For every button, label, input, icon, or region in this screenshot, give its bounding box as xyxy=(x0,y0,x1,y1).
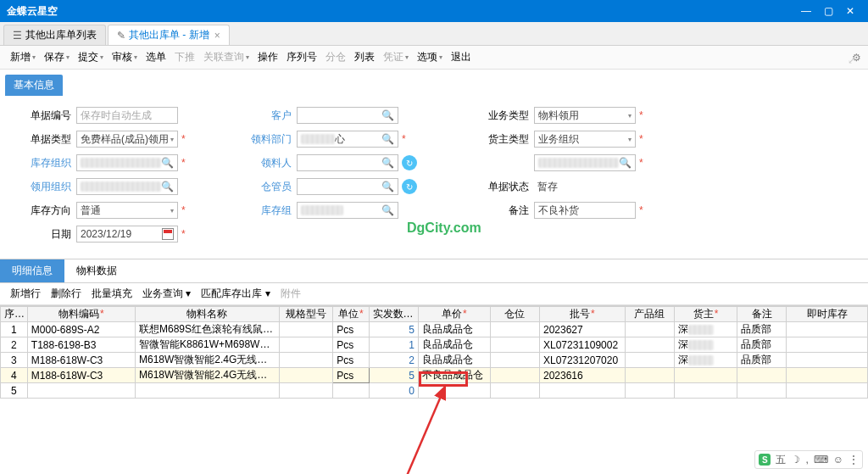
tool-audit[interactable]: 审核▾ xyxy=(108,48,141,66)
table-cell[interactable] xyxy=(490,337,539,353)
table-cell[interactable] xyxy=(490,322,539,337)
ime-menu-icon[interactable]: ⋮ xyxy=(849,454,859,466)
stock-dir-select[interactable]: 普通▾ xyxy=(76,202,178,219)
tool-split[interactable]: 分仓 xyxy=(322,48,349,66)
table-cell[interactable]: M188-618W-C3 xyxy=(27,353,135,368)
table-cell[interactable] xyxy=(333,383,369,399)
table-cell[interactable]: XL07231207020 xyxy=(539,353,625,368)
table-cell[interactable] xyxy=(27,383,135,399)
table-cell[interactable]: 品质部 xyxy=(737,337,787,353)
table-row[interactable]: 2T188-6198-B3智微智能K8861W+M698W无线键鼠套Pcs1良品… xyxy=(1,337,868,353)
table-cell[interactable] xyxy=(490,353,539,368)
table-cell[interactable]: 3 xyxy=(1,353,28,368)
recv-org-input[interactable]: 🔍 xyxy=(76,178,178,195)
table-cell[interactable]: 良品成品仓 xyxy=(418,337,490,353)
ime-punct-icon[interactable]: , xyxy=(805,454,808,466)
tab-detail-info[interactable]: 明细信息 xyxy=(0,259,64,282)
tab-close-icon[interactable]: × xyxy=(214,30,220,42)
table-cell[interactable] xyxy=(490,368,539,383)
table-cell[interactable] xyxy=(539,383,625,399)
table-cell[interactable]: 品质部 xyxy=(737,322,787,337)
table-cell[interactable] xyxy=(490,383,539,399)
table-cell[interactable]: 联想M689S红色滚轮有线鼠标（工业包 xyxy=(136,322,280,337)
recv-dept-input[interactable]: 心🔍 xyxy=(297,131,398,148)
table-cell[interactable]: 2 xyxy=(369,353,418,368)
tool-save[interactable]: 保存▾ xyxy=(41,48,73,66)
table-cell[interactable] xyxy=(787,353,868,368)
table-cell[interactable] xyxy=(279,383,333,399)
table-cell[interactable]: 5 xyxy=(369,368,418,383)
tool-submit[interactable]: 提交▾ xyxy=(75,48,107,66)
table-cell[interactable]: 深 xyxy=(674,322,737,337)
doc-no-input[interactable]: 保存时自动生成 xyxy=(76,107,178,124)
expand-icon[interactable]: ⤢ xyxy=(848,54,856,66)
table-cell[interactable]: 良品成品仓 xyxy=(418,353,490,368)
table-cell[interactable]: 1 xyxy=(369,337,418,353)
table-cell[interactable] xyxy=(279,353,333,368)
table-cell[interactable]: Pcs xyxy=(333,368,369,383)
table-cell[interactable] xyxy=(674,368,737,383)
tool-assoc[interactable]: 关联查询▾ xyxy=(200,48,253,66)
minimize-button[interactable]: — xyxy=(795,0,817,22)
doc-type-select[interactable]: 免费样品(成品)领用▾ xyxy=(76,131,178,148)
recv-person-input[interactable]: 🔍 xyxy=(297,154,398,171)
tab-material-data[interactable]: 物料数据 xyxy=(64,259,129,282)
btn-batch-fill[interactable]: 批量填充 xyxy=(88,285,136,303)
table-cell[interactable]: 良品成品仓 xyxy=(418,322,490,337)
btn-attach[interactable]: 附件 xyxy=(277,285,304,303)
btn-biz-query[interactable]: 业务查询 ▾ xyxy=(139,285,194,303)
table-cell[interactable] xyxy=(136,383,280,399)
table-cell[interactable] xyxy=(625,383,674,399)
table-cell[interactable]: 2023627 xyxy=(539,322,625,337)
owner-blank-input[interactable]: 🔍 xyxy=(534,154,636,171)
table-cell[interactable]: Pcs xyxy=(333,337,369,353)
table-cell[interactable] xyxy=(279,337,333,353)
close-button[interactable]: ✕ xyxy=(839,0,861,22)
refresh-icon[interactable]: ↻ xyxy=(402,179,417,194)
table-cell[interactable] xyxy=(625,368,674,383)
table-cell[interactable] xyxy=(674,383,737,399)
ime-keyboard-icon[interactable]: ⌨ xyxy=(814,454,828,466)
table-cell[interactable]: 不良品成品仓 xyxy=(418,368,490,383)
tool-list[interactable]: 列表 xyxy=(351,48,378,66)
detail-grid[interactable]: 序号 物料编码* 物料名称 规格型号 单位* 实发数量* 单价* 仓位 批号* … xyxy=(0,305,868,399)
table-cell[interactable]: 5 xyxy=(1,383,28,399)
ime-lang[interactable]: 五 xyxy=(776,453,786,467)
tool-new[interactable]: 新增▾ xyxy=(7,48,39,66)
table-cell[interactable]: 5 xyxy=(369,322,418,337)
table-cell[interactable] xyxy=(418,383,490,399)
tool-voucher[interactable]: 凭证▾ xyxy=(380,48,412,66)
table-row[interactable]: 50 xyxy=(1,383,868,399)
table-cell[interactable]: M188-618W-C3 xyxy=(27,368,135,383)
table-cell[interactable] xyxy=(787,368,868,383)
tool-op[interactable]: 操作 xyxy=(254,48,281,66)
btn-del-row[interactable]: 删除行 xyxy=(47,285,85,303)
owner-type-select[interactable]: 业务组织▾ xyxy=(534,131,636,148)
table-cell[interactable] xyxy=(625,353,674,368)
table-cell[interactable]: 智微智能K8861W+M698W无线键鼠套 xyxy=(136,337,280,353)
ime-face-icon[interactable]: ☺ xyxy=(833,454,843,466)
tab-list[interactable]: ☰ 其他出库单列表 xyxy=(3,25,106,45)
table-cell[interactable]: 2 xyxy=(1,337,28,353)
table-cell[interactable] xyxy=(787,337,868,353)
table-cell[interactable]: Pcs xyxy=(333,353,369,368)
table-cell[interactable]: 4 xyxy=(1,368,28,383)
table-cell[interactable]: T188-6198-B3 xyxy=(27,337,135,353)
table-row[interactable]: 1M000-689S-A2联想M689S红色滚轮有线鼠标（工业包Pcs5良品成品… xyxy=(1,322,868,337)
table-cell[interactable]: M618W智微智能2.4G无线鼠标丝印 "3 xyxy=(136,368,280,383)
table-cell[interactable]: M000-689S-A2 xyxy=(27,322,135,337)
table-cell[interactable] xyxy=(279,368,333,383)
table-cell[interactable]: 品质部 xyxy=(737,353,787,368)
table-cell[interactable] xyxy=(737,383,787,399)
table-row[interactable]: 4M188-618W-C3M618W智微智能2.4G无线鼠标丝印 "3Pcs5不… xyxy=(1,368,868,383)
table-cell[interactable]: 深 xyxy=(674,337,737,353)
table-cell[interactable] xyxy=(787,322,868,337)
remark-input[interactable]: 不良补货 xyxy=(534,202,636,219)
table-cell[interactable]: Pcs xyxy=(333,322,369,337)
table-cell[interactable] xyxy=(737,368,787,383)
tool-options[interactable]: 选项▾ xyxy=(414,48,446,66)
tool-push[interactable]: 下推 xyxy=(171,48,198,66)
tool-select-doc[interactable]: 选单 xyxy=(142,48,170,66)
store-mgr-input[interactable]: 🔍 xyxy=(297,178,398,195)
tool-exit[interactable]: 退出 xyxy=(448,48,475,66)
